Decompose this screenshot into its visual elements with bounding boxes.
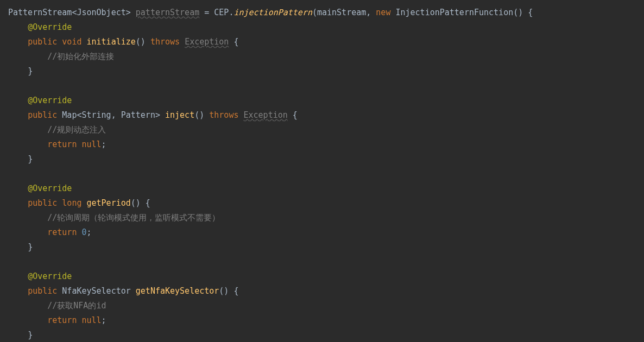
code-line-override3: @Override (8, 181, 636, 196)
throws-keyword: throws (209, 110, 238, 120)
code-line-close4: } (8, 328, 636, 342)
space (238, 110, 243, 120)
public-keyword: public (28, 198, 62, 208)
throws-keyword: throws (150, 37, 180, 47)
code-line-inject: public Map<String, Pattern> inject() thr… (8, 108, 636, 123)
brace: { (229, 37, 238, 47)
code-line-1: PatternStream<JsonObject> patternStream … (8, 5, 636, 20)
comment: //获取NFA的id (47, 301, 106, 311)
public-keyword: public (28, 286, 62, 296)
parens-brace: () { (219, 286, 238, 296)
space (180, 37, 185, 47)
method-name: inject (165, 110, 194, 120)
code-line-override1: @Override (8, 20, 636, 35)
close-brace: } (28, 66, 33, 76)
close-brace: } (28, 242, 33, 252)
code-line-getnfakey: public NfaKeySelector getNfaKeySelector(… (8, 284, 636, 299)
return-keyword: return (47, 315, 81, 325)
annotation: @Override (28, 96, 72, 105)
type-token: PatternStream (8, 8, 72, 17)
annotation: @Override (28, 183, 72, 193)
comment: //初始化外部连接 (47, 52, 114, 61)
close-brace: } (28, 330, 33, 340)
annotation: @Override (28, 271, 72, 281)
code-line-comment4: //获取NFA的id (8, 299, 636, 313)
return-type: NfaKeySelector (62, 286, 135, 296)
semicolon: ; (102, 315, 106, 325)
parens: () (136, 37, 150, 47)
code-line-close3: } (8, 240, 636, 255)
new-keyword: new (376, 8, 390, 17)
blank-line (8, 255, 636, 269)
return-keyword: return (47, 227, 81, 237)
exception-type: Exception (244, 110, 288, 120)
code-line-comment3: //轮询周期（轮询模式使用，监听模式不需要） (8, 211, 636, 225)
semicolon: ; (87, 227, 92, 237)
blank-line (8, 167, 636, 181)
parens-brace: () { (131, 198, 150, 208)
return-keyword: return (47, 140, 81, 149)
code-line-comment2: //规则动态注入 (8, 123, 636, 137)
return-type: Map<String, Pattern> (62, 110, 165, 120)
class-ref: CEP (214, 8, 229, 17)
args-open: (mainStream, (312, 8, 376, 17)
constructor: InjectionPatternFunction() { (390, 8, 533, 17)
code-line-return2: return 0; (8, 225, 636, 240)
code-line-initialize: public void initialize() throws Exceptio… (8, 35, 636, 49)
modifiers: public void (28, 37, 86, 47)
close-brace: } (28, 154, 33, 164)
method-call: injectionPattern (233, 8, 312, 17)
annotation: @Override (28, 22, 72, 32)
code-line-close2: } (8, 152, 636, 167)
blank-line (8, 79, 636, 93)
comment: //轮询周期（轮询模式使用，监听模式不需要） (47, 213, 220, 223)
brace: { (288, 110, 298, 120)
number-literal: 0 (81, 227, 86, 237)
code-editor[interactable]: PatternStream<JsonObject> patternStream … (8, 5, 636, 342)
code-line-override4: @Override (8, 269, 636, 284)
parens: () (194, 110, 209, 120)
method-name: getNfaKeySelector (136, 286, 219, 296)
comment: //规则动态注入 (47, 125, 106, 135)
code-line-close1: } (8, 64, 636, 79)
public-keyword: public (28, 110, 62, 120)
variable-name: patternStream (136, 8, 199, 17)
generic-token: <JsonObject> (72, 8, 130, 17)
null-keyword: null (81, 140, 101, 149)
exception-type: Exception (185, 37, 229, 47)
equals: = (199, 8, 214, 17)
code-line-return3: return null; (8, 313, 636, 328)
long-keyword: long (62, 198, 86, 208)
code-line-return1: return null; (8, 137, 636, 152)
method-name: getPeriod (87, 198, 131, 208)
semicolon: ; (102, 140, 106, 149)
null-keyword: null (81, 315, 101, 325)
method-name: initialize (87, 37, 136, 47)
code-line-override2: @Override (8, 93, 636, 108)
code-line-comment1: //初始化外部连接 (8, 49, 636, 64)
code-line-getperiod: public long getPeriod() { (8, 196, 636, 211)
